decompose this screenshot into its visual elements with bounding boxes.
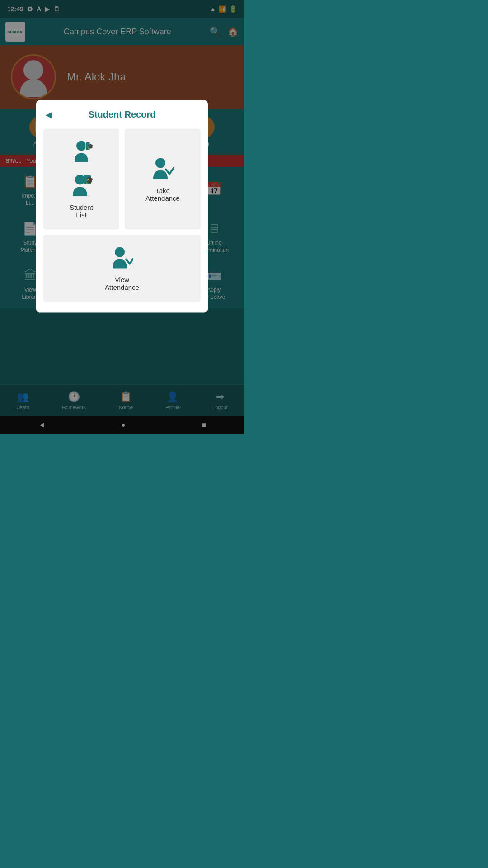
student-list-modal-item[interactable]: 🎓 🎓 StudentList (43, 129, 119, 230)
student-list-modal-icon: 🎓 (70, 140, 93, 168)
svg-text:🎓: 🎓 (87, 143, 93, 150)
modal-title: Student Record (89, 109, 156, 120)
svg-point-9 (155, 158, 165, 168)
modal-header: ◄ Student Record (43, 109, 201, 120)
take-attendance-modal-label: TakeAttendance (145, 186, 180, 202)
svg-point-2 (76, 141, 86, 151)
take-attendance-modal-item[interactable]: TakeAttendance (125, 129, 201, 230)
svg-point-6 (75, 175, 85, 185)
student-list-modal-label: StudentList (70, 203, 93, 219)
modal-back-button[interactable]: ◄ (43, 108, 54, 121)
view-attendance-modal-item[interactable]: ViewAttendance (43, 235, 201, 302)
student-record-modal: ◄ Student Record 🎓 🎓 Stud (36, 100, 208, 313)
svg-point-10 (115, 247, 125, 257)
svg-text:🎓: 🎓 (85, 176, 93, 184)
view-attendance-modal-label: ViewAttendance (105, 276, 139, 291)
svg-rect-3 (83, 143, 84, 147)
modal-grid: 🎓 🎓 StudentList TakeAttendance (43, 129, 201, 302)
